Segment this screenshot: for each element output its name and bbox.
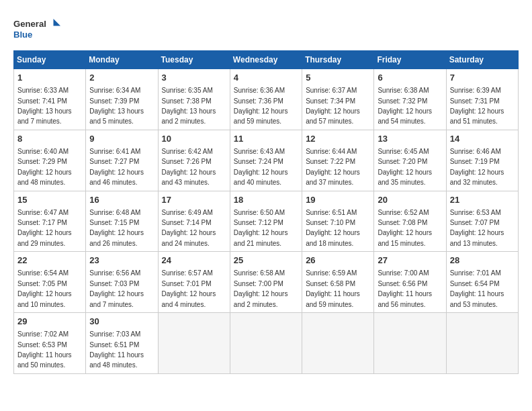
day-info: Sunrise: 7:02 AMSunset: 6:53 PMDaylight:… [17, 330, 72, 369]
calendar-cell: 17Sunrise: 6:49 AMSunset: 7:14 PMDayligh… [158, 191, 230, 252]
day-number: 23 [89, 255, 154, 267]
day-number: 21 [450, 194, 515, 206]
calendar-week-row: 8Sunrise: 6:40 AMSunset: 7:29 PMDaylight… [14, 130, 519, 191]
calendar-cell: 30Sunrise: 7:03 AMSunset: 6:51 PMDayligh… [86, 313, 158, 374]
calendar-cell: 22Sunrise: 6:54 AMSunset: 7:05 PMDayligh… [14, 252, 86, 313]
day-number: 17 [162, 194, 226, 206]
day-number: 7 [450, 72, 515, 84]
calendar-cell: 14Sunrise: 6:46 AMSunset: 7:19 PMDayligh… [446, 130, 518, 191]
day-number: 28 [450, 255, 515, 267]
day-info: Sunrise: 6:40 AMSunset: 7:29 PMDaylight:… [17, 148, 72, 186]
calendar-cell: 21Sunrise: 6:53 AMSunset: 7:07 PMDayligh… [446, 191, 518, 252]
calendar-cell [158, 313, 230, 374]
day-info: Sunrise: 6:53 AMSunset: 7:07 PMDaylight:… [450, 209, 504, 247]
day-info: Sunrise: 6:38 AMSunset: 7:32 PMDaylight:… [378, 87, 432, 125]
calendar-cell: 6Sunrise: 6:38 AMSunset: 7:32 PMDaylight… [374, 69, 446, 130]
calendar-cell: 29Sunrise: 7:02 AMSunset: 6:53 PMDayligh… [14, 313, 86, 374]
calendar-cell: 1Sunrise: 6:33 AMSunset: 7:41 PMDaylight… [14, 69, 86, 130]
day-info: Sunrise: 6:56 AMSunset: 7:03 PMDaylight:… [89, 269, 144, 308]
day-number: 16 [89, 194, 154, 206]
day-info: Sunrise: 6:36 AMSunset: 7:36 PMDaylight:… [234, 87, 288, 125]
day-info: Sunrise: 6:43 AMSunset: 7:24 PMDaylight:… [234, 148, 288, 186]
day-info: Sunrise: 6:50 AMSunset: 7:12 PMDaylight:… [234, 209, 288, 247]
day-number: 29 [17, 316, 82, 328]
day-number: 27 [378, 255, 442, 267]
day-number: 6 [378, 72, 442, 84]
day-info: Sunrise: 7:03 AMSunset: 6:51 PMDaylight:… [89, 330, 144, 369]
day-number: 18 [234, 194, 298, 206]
calendar-cell: 19Sunrise: 6:51 AMSunset: 7:10 PMDayligh… [302, 191, 374, 252]
svg-text:General: General [13, 19, 46, 29]
day-info: Sunrise: 6:44 AMSunset: 7:22 PMDaylight:… [306, 148, 360, 186]
calendar-cell [230, 313, 302, 374]
day-number: 30 [89, 316, 154, 328]
calendar-cell: 16Sunrise: 6:48 AMSunset: 7:15 PMDayligh… [86, 191, 158, 252]
calendar-cell: 26Sunrise: 6:59 AMSunset: 6:58 PMDayligh… [302, 252, 374, 313]
calendar-cell: 23Sunrise: 6:56 AMSunset: 7:03 PMDayligh… [86, 252, 158, 313]
svg-marker-2 [54, 19, 61, 26]
day-number: 9 [89, 133, 154, 145]
column-header-friday: Friday [374, 51, 446, 69]
day-number: 14 [450, 133, 515, 145]
day-info: Sunrise: 6:35 AMSunset: 7:38 PMDaylight:… [162, 87, 216, 125]
day-info: Sunrise: 6:37 AMSunset: 7:34 PMDaylight:… [306, 87, 360, 125]
svg-text:Blue: Blue [13, 30, 32, 40]
calendar-header-row: SundayMondayTuesdayWednesdayThursdayFrid… [14, 51, 519, 69]
day-info: Sunrise: 6:42 AMSunset: 7:26 PMDaylight:… [162, 148, 216, 186]
day-info: Sunrise: 6:33 AMSunset: 7:41 PMDaylight:… [17, 87, 72, 125]
day-info: Sunrise: 6:48 AMSunset: 7:15 PMDaylight:… [89, 209, 144, 247]
day-number: 2 [89, 72, 154, 84]
day-info: Sunrise: 6:57 AMSunset: 7:01 PMDaylight:… [162, 269, 216, 308]
day-number: 25 [234, 255, 298, 267]
calendar-cell: 18Sunrise: 6:50 AMSunset: 7:12 PMDayligh… [230, 191, 302, 252]
calendar-cell: 3Sunrise: 6:35 AMSunset: 7:38 PMDaylight… [158, 69, 230, 130]
calendar-cell: 9Sunrise: 6:41 AMSunset: 7:27 PMDaylight… [86, 130, 158, 191]
day-number: 10 [162, 133, 226, 145]
day-info: Sunrise: 7:01 AMSunset: 6:54 PMDaylight:… [450, 269, 504, 308]
day-info: Sunrise: 6:49 AMSunset: 7:14 PMDaylight:… [162, 209, 216, 247]
calendar-cell [374, 313, 446, 374]
calendar-week-row: 15Sunrise: 6:47 AMSunset: 7:17 PMDayligh… [14, 191, 519, 252]
day-info: Sunrise: 6:51 AMSunset: 7:10 PMDaylight:… [306, 209, 360, 247]
column-header-saturday: Saturday [446, 51, 518, 69]
day-info: Sunrise: 6:39 AMSunset: 7:31 PMDaylight:… [450, 87, 504, 125]
page-header: General Blue [13, 13, 519, 44]
calendar-table: SundayMondayTuesdayWednesdayThursdayFrid… [13, 50, 519, 374]
logo-svg: General Blue [13, 13, 60, 44]
day-number: 11 [234, 133, 298, 145]
calendar-cell: 27Sunrise: 7:00 AMSunset: 6:56 PMDayligh… [374, 252, 446, 313]
day-info: Sunrise: 6:54 AMSunset: 7:05 PMDaylight:… [17, 269, 72, 308]
column-header-sunday: Sunday [14, 51, 86, 69]
day-info: Sunrise: 6:34 AMSunset: 7:39 PMDaylight:… [89, 87, 144, 125]
day-number: 26 [306, 255, 370, 267]
calendar-week-row: 1Sunrise: 6:33 AMSunset: 7:41 PMDaylight… [14, 69, 519, 130]
column-header-monday: Monday [86, 51, 158, 69]
calendar-cell: 28Sunrise: 7:01 AMSunset: 6:54 PMDayligh… [446, 252, 518, 313]
calendar-cell: 10Sunrise: 6:42 AMSunset: 7:26 PMDayligh… [158, 130, 230, 191]
day-number: 19 [306, 194, 370, 206]
calendar-cell: 12Sunrise: 6:44 AMSunset: 7:22 PMDayligh… [302, 130, 374, 191]
day-info: Sunrise: 6:59 AMSunset: 6:58 PMDaylight:… [306, 269, 360, 308]
calendar-cell: 2Sunrise: 6:34 AMSunset: 7:39 PMDaylight… [86, 69, 158, 130]
calendar-cell: 4Sunrise: 6:36 AMSunset: 7:36 PMDaylight… [230, 69, 302, 130]
day-info: Sunrise: 7:00 AMSunset: 6:56 PMDaylight:… [378, 269, 432, 308]
calendar-cell: 24Sunrise: 6:57 AMSunset: 7:01 PMDayligh… [158, 252, 230, 313]
day-info: Sunrise: 6:58 AMSunset: 7:00 PMDaylight:… [234, 269, 288, 308]
day-number: 5 [306, 72, 370, 84]
calendar-cell: 11Sunrise: 6:43 AMSunset: 7:24 PMDayligh… [230, 130, 302, 191]
column-header-wednesday: Wednesday [230, 51, 302, 69]
day-number: 12 [306, 133, 370, 145]
calendar-week-row: 29Sunrise: 7:02 AMSunset: 6:53 PMDayligh… [14, 313, 519, 374]
calendar-cell: 20Sunrise: 6:52 AMSunset: 7:08 PMDayligh… [374, 191, 446, 252]
calendar-cell: 8Sunrise: 6:40 AMSunset: 7:29 PMDaylight… [14, 130, 86, 191]
day-info: Sunrise: 6:46 AMSunset: 7:19 PMDaylight:… [450, 148, 504, 186]
day-info: Sunrise: 6:52 AMSunset: 7:08 PMDaylight:… [378, 209, 432, 247]
day-number: 1 [17, 72, 82, 84]
calendar-cell: 7Sunrise: 6:39 AMSunset: 7:31 PMDaylight… [446, 69, 518, 130]
calendar-cell: 5Sunrise: 6:37 AMSunset: 7:34 PMDaylight… [302, 69, 374, 130]
column-header-tuesday: Tuesday [158, 51, 230, 69]
day-number: 24 [162, 255, 226, 267]
calendar-cell: 13Sunrise: 6:45 AMSunset: 7:20 PMDayligh… [374, 130, 446, 191]
day-number: 13 [378, 133, 442, 145]
day-number: 8 [17, 133, 82, 145]
